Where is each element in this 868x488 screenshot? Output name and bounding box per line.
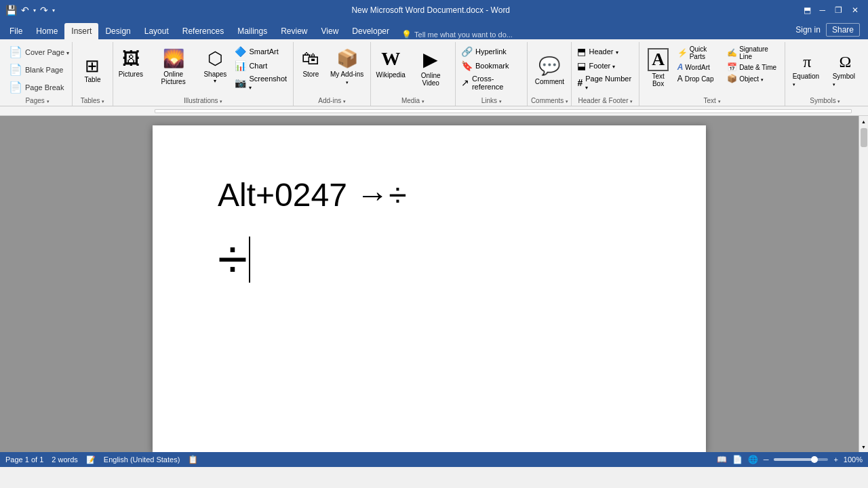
screenshot-btn[interactable]: 📷 Screenshot ▾ [232, 73, 290, 92]
headerfooter-group-label[interactable]: Header & Footer ▾ [574, 96, 636, 106]
comment-icon: 💬 [538, 56, 560, 77]
header-btn[interactable]: ⬒ Header ▾ [574, 45, 636, 58]
tell-me-box[interactable]: 💡 Tell me what you want to do... [396, 30, 790, 39]
tab-file[interactable]: File [3, 23, 29, 39]
read-mode-btn[interactable]: 📖 [717, 455, 727, 464]
print-layout-btn[interactable]: 📄 [732, 455, 743, 464]
scroll-thumb[interactable] [861, 128, 867, 147]
wikipedia-icon: W [381, 48, 400, 70]
zoom-out-btn[interactable]: ─ [764, 455, 769, 464]
restore-btn[interactable]: ❐ [831, 4, 846, 16]
links-group-label[interactable]: Links ▾ [458, 96, 525, 106]
footer-label: Footer ▾ [589, 62, 615, 70]
tab-developer[interactable]: Developer [345, 23, 396, 39]
track-changes-icon[interactable]: 📋 [188, 455, 198, 464]
media-group-label[interactable]: Media ▾ [374, 96, 452, 106]
symbol-icon: Ω [839, 53, 851, 71]
scroll-up-btn[interactable]: ▲ [859, 116, 869, 127]
blank-page-icon: 📄 [9, 63, 22, 76]
comments-group-label[interactable]: Comments ▾ [530, 96, 568, 106]
my-addins-label: My Add-ins ▾ [330, 70, 364, 85]
customize-qat[interactable]: ▾ [52, 7, 55, 14]
comment-btn[interactable]: 💬 Comment [530, 52, 569, 89]
table-btn[interactable]: ⊞ Table [79, 54, 107, 87]
page-number-btn[interactable]: # Page Number ▾ [574, 73, 636, 92]
wikipedia-label: Wikipedia [376, 71, 406, 79]
online-video-btn[interactable]: ▶ Online Video [409, 45, 452, 90]
cross-reference-btn[interactable]: ↗ Cross-reference [458, 73, 525, 92]
zoom-in-btn[interactable]: + [833, 455, 837, 464]
textbox-btn[interactable]: A Text Box [642, 45, 673, 91]
pictures-btn[interactable]: 🖼 Pictures [116, 45, 146, 81]
symbols-group-label[interactable]: Symbols ▾ [788, 96, 863, 106]
bookmark-btn[interactable]: 🔖 Bookmark [458, 59, 525, 73]
addins-group-label[interactable]: Add-ins ▾ [296, 96, 368, 106]
redo-icon[interactable]: ↷ [40, 5, 48, 16]
tab-design[interactable]: Design [98, 23, 137, 39]
my-addins-btn[interactable]: 📦 My Add-ins ▾ [326, 45, 368, 89]
lightbulb-icon: 💡 [401, 30, 412, 39]
blank-page-label: Blank Page [25, 66, 63, 74]
smartart-btn[interactable]: 🔷 SmartArt [232, 45, 290, 58]
blank-page-btn[interactable]: 📄 Blank Page [5, 61, 69, 78]
save-icon[interactable]: 💾 [5, 5, 17, 16]
scroll-down-btn[interactable]: ▼ [859, 441, 869, 452]
share-btn[interactable]: Share [826, 23, 860, 37]
cover-page-btn[interactable]: 📄 Cover Page ▾ [5, 43, 69, 60]
cover-page-icon: 📄 [9, 45, 22, 58]
text-group-label[interactable]: Text ▾ [642, 96, 781, 106]
dropcap-btn[interactable]: A Drop Cap [675, 73, 724, 84]
language[interactable]: English (United States) [104, 455, 180, 464]
online-pictures-label: Online Pictures [152, 70, 195, 85]
hyperlink-btn[interactable]: 🔗 Hyperlink [458, 45, 525, 58]
minimize-btn[interactable]: ─ [815, 4, 829, 16]
equation-btn[interactable]: π Equation ▾ [788, 49, 827, 91]
undo-dropdown[interactable]: ▾ [33, 7, 36, 14]
sign-in-btn[interactable]: Sign in [795, 25, 821, 35]
status-bar: Page 1 of 1 2 words 📝 English (United St… [0, 452, 868, 467]
tab-review[interactable]: Review [274, 23, 314, 39]
shapes-btn[interactable]: ⬡ Shapes ▾ [201, 45, 229, 87]
signature-line-btn[interactable]: ✍ Signature Line [725, 45, 782, 61]
tab-layout[interactable]: Layout [138, 23, 176, 39]
doc-page[interactable]: Alt+0247 →÷ ÷ [153, 125, 706, 452]
tab-mailings[interactable]: Mailings [231, 23, 274, 39]
close-btn[interactable]: ✕ [848, 4, 863, 16]
symbol-btn[interactable]: Ω Symbol ▾ [828, 49, 863, 91]
datetime-btn[interactable]: 📅 Date & Time [725, 62, 782, 73]
ribbon: 📄 Cover Page ▾ 📄 Blank Page 📄 Page Break… [0, 39, 868, 106]
undo-icon[interactable]: ↶ [21, 5, 29, 16]
wordart-btn[interactable]: A WordArt [675, 62, 724, 73]
bookmark-label: Bookmark [475, 62, 509, 70]
tab-view[interactable]: View [315, 23, 346, 39]
page-break-btn[interactable]: 📄 Page Break [5, 79, 69, 96]
tab-insert[interactable]: Insert [64, 23, 98, 39]
footer-btn[interactable]: ⬓ Footer ▾ [574, 59, 636, 73]
tab-references[interactable]: References [176, 23, 231, 39]
wikipedia-btn[interactable]: W Wikipedia [374, 45, 408, 82]
tab-home[interactable]: Home [29, 23, 64, 39]
ribbon-display-btn[interactable]: ⬒ [801, 4, 814, 16]
object-btn[interactable]: 📦 Object ▾ [725, 73, 782, 84]
doc-scroll-container[interactable]: Alt+0247 →÷ ÷ [0, 116, 859, 452]
web-layout-btn[interactable]: 🌐 [748, 455, 758, 464]
quick-parts-btn[interactable]: ⚡ Quick Parts [675, 45, 724, 61]
tables-group-label[interactable]: Tables ▾ [75, 96, 110, 106]
status-right: 📖 📄 🌐 ─ + 100% [717, 455, 863, 464]
table-label: Table [85, 76, 101, 83]
screenshot-icon: 📷 [235, 77, 246, 88]
page-break-label: Page Break [25, 83, 64, 92]
zoom-slider[interactable] [774, 458, 828, 461]
object-icon: 📦 [727, 74, 737, 83]
datetime-icon: 📅 [727, 62, 737, 72]
pages-group-label[interactable]: Pages ▾ [5, 96, 69, 106]
proofing-icon[interactable]: 📝 [86, 455, 96, 464]
big-text-line: Alt+0247 →÷ [218, 174, 641, 216]
store-btn[interactable]: 🛍 Store [296, 45, 325, 81]
vertical-scrollbar[interactable]: ▲ ▼ [859, 116, 868, 452]
ribbon-group-links: 🔗 Hyperlink 🔖 Bookmark ↗ Cross-reference… [456, 42, 528, 106]
online-pictures-btn[interactable]: 🌄 Online Pictures [149, 45, 199, 89]
illustrations-group-label[interactable]: Illustrations ▾ [116, 96, 290, 106]
chart-btn[interactable]: 📊 Chart [232, 59, 290, 73]
zoom-level[interactable]: 100% [844, 455, 863, 464]
